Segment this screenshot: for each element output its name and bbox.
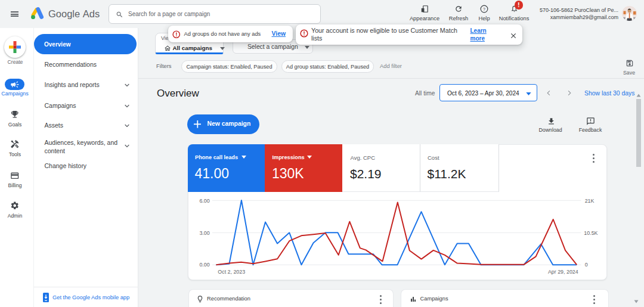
svg-text:0: 0 <box>584 262 587 268</box>
svg-text:Apr 29, 2024: Apr 29, 2024 <box>547 269 578 275</box>
svg-text:10.5K: 10.5K <box>584 230 597 236</box>
svg-text:6.00: 6.00 <box>199 198 209 204</box>
svg-text:21K: 21K <box>584 198 594 204</box>
svg-text:0.00: 0.00 <box>199 262 209 268</box>
svg-text:?: ? <box>483 7 485 11</box>
svg-text:3.00: 3.00 <box>199 230 209 236</box>
svg-text:Oct 2, 2023: Oct 2, 2023 <box>218 269 245 275</box>
